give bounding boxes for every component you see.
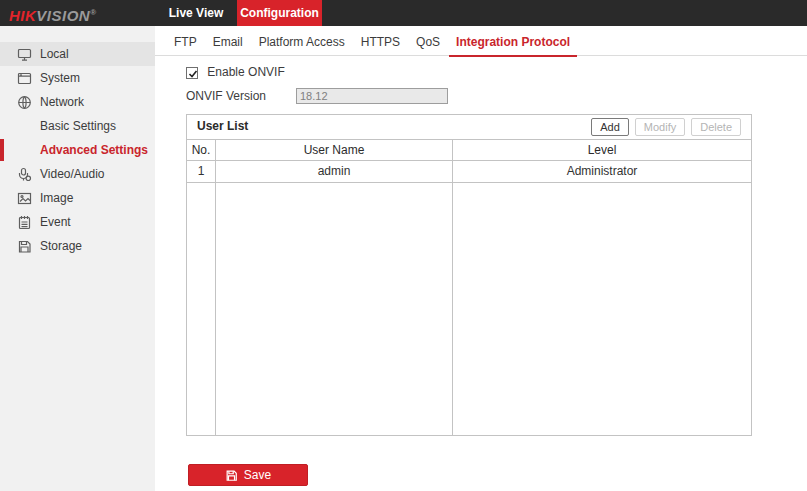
top-bar: HIKVISION® Live View Configuration: [0, 0, 807, 26]
user-list-title: User List: [197, 119, 248, 133]
sidebar-item-label: Image: [40, 186, 73, 210]
settings-tabs: FTP Email Platform Access HTTPS QoS Inte…: [155, 26, 807, 56]
logo-vision-text: VISION: [36, 7, 90, 24]
system-icon: [17, 70, 32, 85]
cell-no: 1: [187, 161, 216, 182]
sidebar-item-system[interactable]: System: [0, 66, 155, 90]
tab-ftp[interactable]: FTP: [167, 26, 204, 56]
sidebar-item-basic-settings[interactable]: Basic Settings: [0, 114, 155, 138]
cell-user-name: admin: [216, 161, 453, 182]
sidebar-item-advanced-settings[interactable]: Advanced Settings: [0, 138, 155, 162]
sidebar-item-label: Network: [40, 90, 84, 114]
tab-integration-protocol[interactable]: Integration Protocol: [449, 26, 577, 56]
user-list-buttons: Add Modify Delete: [591, 118, 741, 136]
enable-onvif-checkbox[interactable]: [186, 67, 198, 79]
delete-button: Delete: [691, 118, 741, 136]
sidebar-item-label: Event: [40, 210, 71, 234]
enable-onvif-row: Enable ONVIF: [186, 66, 285, 80]
table-empty-area: [187, 183, 751, 435]
sidebar-item-label: Basic Settings: [40, 114, 116, 138]
sidebar-item-local[interactable]: Local: [0, 42, 155, 66]
sidebar-item-label: Video/Audio: [40, 162, 105, 186]
logo-registered-mark: ®: [90, 8, 96, 17]
save-icon: [225, 469, 238, 482]
sidebar-item-image[interactable]: Image: [0, 186, 155, 210]
sidebar-item-label: Local: [40, 42, 69, 66]
calendar-icon: [17, 214, 32, 229]
image-icon: [17, 190, 32, 205]
sidebar-item-label: Storage: [40, 234, 82, 258]
user-list-header: User List Add Modify Delete: [187, 115, 751, 139]
globe-icon: [17, 94, 32, 109]
logo-hik-text: HIK: [9, 7, 36, 24]
onvif-version-label: ONVIF Version: [186, 89, 266, 103]
sidebar-item-label: System: [40, 66, 80, 90]
tab-platform-access[interactable]: Platform Access: [252, 26, 352, 56]
nav-live-view[interactable]: Live View: [155, 0, 237, 26]
user-list-panel: User List Add Modify Delete No. User Nam…: [186, 114, 752, 436]
microphone-icon: [17, 166, 32, 181]
floppy-icon: [17, 238, 32, 253]
main-content: FTP Email Platform Access HTTPS QoS Inte…: [155, 26, 807, 491]
save-button-label: Save: [244, 468, 271, 482]
monitor-icon: [17, 46, 32, 61]
save-button[interactable]: Save: [188, 464, 308, 486]
cell-level: Administrator: [453, 161, 751, 182]
hikvision-logo: HIKVISION®: [9, 0, 97, 26]
sidebar-item-video-audio[interactable]: Video/Audio: [0, 162, 155, 186]
sidebar-item-event[interactable]: Event: [0, 210, 155, 234]
nav-configuration[interactable]: Configuration: [237, 0, 322, 26]
sidebar-item-storage[interactable]: Storage: [0, 234, 155, 258]
user-table-header-row: No. User Name Level: [187, 139, 751, 161]
add-button[interactable]: Add: [591, 118, 629, 136]
column-header-no: No.: [187, 140, 216, 160]
sidebar-item-network[interactable]: Network: [0, 90, 155, 114]
sidebar: Local System Network Basic Settings Adva…: [0, 26, 155, 491]
tab-qos[interactable]: QoS: [409, 26, 447, 56]
tab-email[interactable]: Email: [206, 26, 250, 56]
table-row[interactable]: 1 admin Administrator: [187, 161, 751, 183]
column-header-user-name: User Name: [216, 140, 453, 160]
modify-button: Modify: [635, 118, 685, 136]
tab-https[interactable]: HTTPS: [354, 26, 407, 56]
enable-onvif-label: Enable ONVIF: [207, 65, 284, 79]
onvif-version-input: [296, 88, 448, 104]
column-header-level: Level: [453, 140, 751, 160]
sidebar-item-label: Advanced Settings: [40, 138, 148, 162]
